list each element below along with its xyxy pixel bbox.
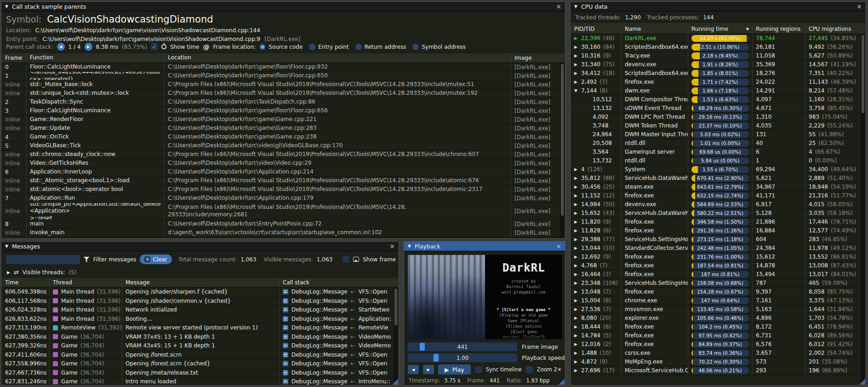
pid-cell[interactable]: ▶ 12,016 (2) [571,340,622,348]
expand-arrow-icon[interactable]: ▶ [574,45,581,49]
pid-cell[interactable]: ▶ 2,492 (7) [571,78,622,86]
message-callstack[interactable]: DebugLog::Message ← VFS::Open [280,359,398,368]
callstack-frame-row[interactable]: 1 <lambda_84a19dc444fae966ca174e83e708bd… [2,72,565,81]
expand-arrow-icon[interactable]: ▶ [574,53,581,58]
pid-cell[interactable]: ▶ 23,348 (106) [571,279,622,287]
pid-cell[interactable]: 3,564 [571,148,622,156]
cpu-process-row[interactable]: 13,732 ntdll.dll 5.84 us (0.00%) 1 0 (0.… [571,156,865,165]
expand-arrow-icon[interactable]: ▶ [574,368,581,373]
function-name[interactable]: main [27,220,165,228]
function-name[interactable]: TaskDispatch::Sync [27,98,165,106]
expand-arrow-icon[interactable]: ▶ [7,270,10,275]
cpu-process-row[interactable]: ▶ 1,488 (10) csrss.exe 83.74 ms (0.36%) … [571,349,865,358]
source-location[interactable]: C:\Program Files (x86)\Microsoft Visual … [165,150,511,159]
callstack-icon[interactable] [283,307,288,312]
col-cpu-migrations[interactable]: CPU migrations [805,24,865,34]
message-callstack[interactable]: DebugLog::Message ← StartNetwo [280,306,398,314]
cpu-process-row[interactable]: ▶ 30,456 (25) steam.exe 643.61 ms (2.79%… [571,183,865,191]
source-location[interactable]: C:\Users\wolf\Desktop\darkrl\src\game\Ga… [165,116,511,124]
cpu-process-row[interactable]: 20,508 ntdll.dll 1.01 ms (0.00%) 40 25 (… [571,139,865,148]
cpu-process-row[interactable]: ▶ 11,820 (9) firefox.exe 346.58 ms (1.50… [571,218,865,226]
pid-cell[interactable]: ▶ 27,536 (7) [571,305,622,313]
clear-button[interactable]: × Clear [140,254,171,264]
cpu-process-row[interactable]: 24,964 DWM Master Input Threa 5.03 ms (0… [571,130,865,139]
expand-arrow-icon[interactable]: ▶ [574,167,581,172]
cpu-process-row[interactable]: ▶ 34,412 (18) ScriptedSandbox64.exe 1.85… [571,69,865,78]
cpu-process-row[interactable]: ▶ 4 (126) System 1.55 s (6.70%) 69,294 3… [571,165,865,174]
message-row[interactable]: 626,024,328ns Main thread (31,596) Netwo… [2,306,398,315]
source-location[interactable]: C:\Users\wolf\Desktop\darkrl\src\video\V… [165,159,511,168]
callstack-icon[interactable] [283,370,288,375]
pid-cell[interactable]: ▶ 10,316 (9) [571,52,622,60]
source-location[interactable]: C:\Users\wolf\Desktop\darkrl\src\TaskDis… [165,98,511,106]
message-thread[interactable]: Main thread (31,596) [50,306,122,314]
message-row[interactable]: 606,117,568ns Main thread (31,596) Openi… [2,297,398,306]
pid-cell[interactable]: ▶ 15,004 (8) [571,296,622,305]
close-icon[interactable]: × [556,3,561,10]
source-location[interactable]: C:\Users\wolf\Desktop\darkrl\src\Applica… [165,168,511,176]
speed-slider-handle[interactable] [434,354,439,362]
function-name[interactable]: std::chrono::steady_clock::now [27,150,165,159]
function-name[interactable]: invoke_main [27,229,165,237]
function-name[interactable]: std::atomic<bool>::operator bool [27,185,165,194]
message-thread[interactable]: Game (36,704) [50,351,122,359]
function-name[interactable]: Game::Update [27,124,165,133]
callstack-frame-row[interactable]: 5 VideoGLBase::Tick C:\Users\wolf\Deskto… [2,142,565,150]
cpu-process-row[interactable]: ▶ 4,872 (9) MsMpEng.exe 70.22 ms (0.30%)… [571,358,865,366]
resize-grip[interactable] [392,379,398,385]
callstack-frame-row[interactable]: 3 Floor::CalcLightNoLuminance C:\Users\w… [2,107,565,116]
source-location[interactable]: C:\Users\wolf\Desktop\darkrl\src\game\fl… [165,72,511,80]
pid-cell[interactable]: 4,092 [571,113,622,121]
cpu-process-row[interactable]: ▶ 31,340 (75) devenv.exe 1.91 s (8.26%) … [571,60,865,69]
frame-slider-handle[interactable] [420,343,425,351]
function-name[interactable]: Game::RenderFloor [27,116,165,124]
radio-icon[interactable] [309,44,315,50]
expand-arrow-icon[interactable]: ▶ [574,211,581,215]
message-thread[interactable]: RemoteView (31,392) [50,323,122,332]
callstack-frame-row[interactable]: inline std::chrono::steady_clock::now C:… [2,150,565,159]
callstack-icon[interactable] [283,361,288,366]
cpu-process-row[interactable]: ▶ 11,152 (12) firefox.exe 632.15 ms (2.7… [571,191,865,200]
callstack-icon[interactable] [283,334,288,340]
scrollbar-thumb[interactable] [394,289,397,325]
pid-cell[interactable]: 13,732 [571,156,622,165]
radio-icon[interactable] [412,44,419,50]
cpu-process-row[interactable]: ▶ 2,492 (7) firefox.exe 1.71 s (7.42%) 2… [571,78,865,87]
expand-arrow-icon[interactable]: ▶ [574,272,581,277]
source-location[interactable]: d:\agent\_work\63\s\src\vctools\crt\vcst… [165,229,511,237]
cpu-process-row[interactable]: ▶ 18,444 (6) firefox.exe 104.2 ms (0.45%… [571,323,865,331]
callstack-frame-row[interactable]: 2 TaskDispatch::Sync C:\Users\wolf\Deskt… [2,98,565,107]
expand-arrow-icon[interactable]: ▶ [574,246,581,250]
message-callstack[interactable]: DebugLog::Message ← VFS::Open [280,351,398,359]
pid-cell[interactable]: ▶ 22,396 (49) [571,34,622,42]
cpu-process-row[interactable]: 13,132 uDWM Event Thread 68.29 ms (0.30%… [571,104,865,113]
cpu-process-row[interactable]: ▼ 7,144 (8) dwm.exe 1.66 s (7.18%) 14,29… [571,87,865,95]
cpu-process-row[interactable]: ▶ 27,696 (17) Microsoft.ServiceHub.Co 48… [571,366,865,375]
message-row[interactable]: 627,399,326ns Game (36,704) VRAM 43x45: … [2,341,398,351]
frame-location-radio[interactable]: Return address [355,44,406,50]
source-location[interactable]: C:\Users\wolf\Desktop\darkrl\src\game\fl… [165,63,511,71]
pid-cell[interactable]: 20,508 [571,139,622,147]
expand-arrow-icon[interactable]: ▶ [574,237,581,242]
cpu-process-row[interactable]: ▶ 12,016 (2) firefox.exe 84.89 ms (0.37%… [571,340,865,349]
radio-icon[interactable] [355,44,362,50]
scrollbar[interactable] [861,34,865,385]
callstack-icon[interactable] [283,379,288,384]
expand-arrow-icon[interactable]: ▶ [574,281,581,285]
collapse-arrow-icon[interactable]: ▼ [574,4,577,9]
location-path[interactable]: C:\Users\wolf\Desktop\darkrl\src\game\vi… [35,27,260,34]
pid-cell[interactable]: ▶ 12,692 (9) [571,253,622,261]
col-pid-tid[interactable]: PID/TID [571,24,622,34]
pid-cell[interactable]: ▶ 14,984 (50) [571,200,622,208]
next-parent-button[interactable]: ▶ [85,43,92,51]
scrollbar-thumb[interactable] [561,64,564,216]
pid-cell[interactable]: 13,132 [571,104,622,112]
pid-cell[interactable]: ▶ 11,820 (9) [571,218,622,226]
close-icon[interactable]: × [556,243,561,249]
pid-cell[interactable]: ▶ 35,812 (88) [571,174,622,182]
message-row[interactable]: 627,831,246ns Game (36,704) Intro menu l… [2,377,398,385]
message-thread[interactable]: Main thread (31,596) [50,288,122,296]
callstack-frame-row[interactable]: 4 Game::OnTick C:\Users\wolf\Desktop\dar… [2,133,565,142]
source-location[interactable]: C:\Users\wolf\Desktop\darkrl\src\game\fl… [165,107,511,115]
cpu-process-row[interactable]: ▶ 16,464 (7) firefox.exe 187 ms (0.81%) … [571,270,865,279]
